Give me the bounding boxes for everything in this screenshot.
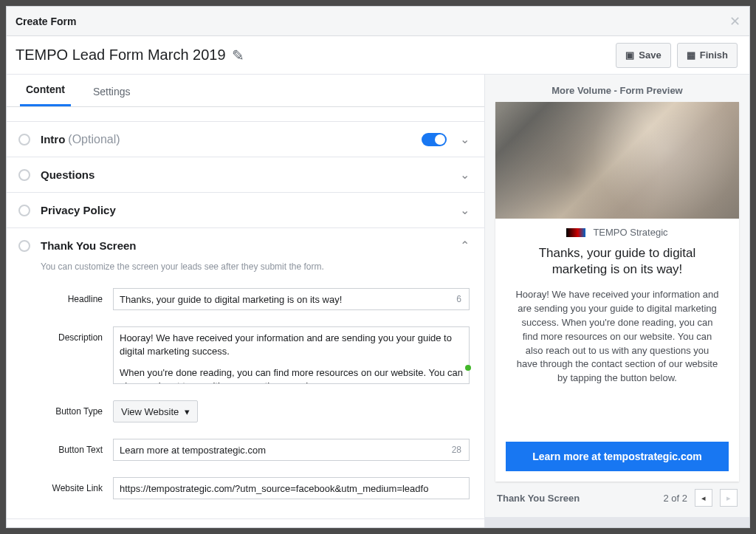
preview-brand-row: TEMPO Strategic [495,219,739,242]
headline-label: Headline [41,288,113,304]
pencil-icon[interactable]: ✎ [232,47,244,64]
preview-pager: Thank You Screen 2 of 2 ◂ ▸ [485,482,749,517]
caret-down-icon: ▾ [185,406,190,417]
preview-title: More Volume - Form Preview [485,75,749,102]
pager-count: 2 of 2 [663,493,687,504]
intro-title: Intro [41,133,65,146]
finish-label: Finish [700,49,728,61]
pager-label: Thank You Screen [497,493,580,504]
chevron-down-icon: ⌄ [460,203,470,217]
sections-scroll[interactable]: Intro (Optional) ⌄ Questions ⌄ [7,107,484,527]
modal-titlebar: Create Form ✕ [7,7,749,36]
section-thankyou: Thank You Screen ⌃ You can customize the… [7,228,484,519]
form-name[interactable]: TEMPO Lead Form March 2019 ✎ [16,47,244,64]
description-label: Description [41,326,113,343]
save-label: Save [639,49,661,61]
website-link-label: Website Link [41,477,113,493]
radio-icon [18,134,30,146]
section-privacy: Privacy Policy ⌄ [7,193,484,228]
radio-icon [18,240,30,252]
section-intro-head[interactable]: Intro (Optional) ⌄ [7,122,484,157]
button-type-value: View Website [121,406,179,417]
button-text-value: Learn more at tempostrategic.com [120,445,266,456]
website-link-value: https://tempostrategic.com/?utm_source=f… [120,483,428,494]
preview-headline: Thanks, your guide to digital marketing … [515,245,720,278]
preview-cta-button[interactable]: Learn more at tempostrategic.com [506,442,729,471]
headline-value: Thanks, your guide to digital marketing … [120,294,342,305]
headline-count: 6 [456,294,461,304]
pager-next-button[interactable]: ▸ [720,489,738,507]
tab-settings[interactable]: Settings [87,86,137,106]
tab-content[interactable]: Content [20,83,71,106]
finish-icon: ▦ [687,49,695,61]
section-questions: Questions ⌄ [7,157,484,193]
form-name-text: TEMPO Lead Form March 2019 [16,47,226,64]
header-bar: TEMPO Lead Form March 2019 ✎ ▣ Save ▦ Fi… [7,36,749,75]
preview-brand: TEMPO Strategic [593,227,667,238]
chevron-up-icon: ⌃ [460,239,470,253]
pager-prev-button[interactable]: ◂ [695,489,712,507]
tab-bar: Content Settings [7,75,484,107]
grammarly-icon [465,365,471,371]
preview-card: TEMPO Strategic Thanks, your guide to di… [495,102,739,482]
section-questions-head[interactable]: Questions ⌄ [7,157,484,192]
right-panel: More Volume - Form Preview TEMPO Strateg… [485,75,749,527]
button-type-label: Button Type [41,400,113,417]
website-link-input[interactable]: https://tempostrategic.com/?utm_source=f… [113,477,470,499]
section-privacy-head[interactable]: Privacy Policy ⌄ [7,193,484,227]
intro-toggle[interactable] [422,133,447,146]
description-textarea[interactable]: Hooray! We have received your informatio… [113,326,470,384]
modal-body: Content Settings Intro (Optional) ⌄ [7,75,749,527]
section-intro: Intro (Optional) ⌄ [7,122,484,157]
button-type-dropdown[interactable]: View Website ▾ [113,400,198,422]
privacy-title: Privacy Policy [41,204,116,216]
thankyou-body: You can customize the screen your leads … [7,261,484,518]
description-p2: When you're done reading, you can find m… [120,366,463,384]
brand-logo-icon [566,228,585,237]
chevron-down-icon: ⌄ [460,168,470,182]
save-icon: ▣ [625,49,634,61]
description-p1: Hooray! We have received your informatio… [120,332,463,357]
preview-desc: Hooray! We have received your informatio… [515,288,720,386]
intro-optional: (Optional) [68,133,120,146]
modal-title: Create Form [16,16,76,27]
left-panel: Content Settings Intro (Optional) ⌄ [7,75,485,527]
thankyou-title: Thank You Screen [41,239,137,252]
section-thankyou-head[interactable]: Thank You Screen ⌃ [7,228,484,263]
save-button[interactable]: ▣ Save [616,43,670,68]
preview-body: Thanks, your guide to digital marketing … [495,242,739,434]
thankyou-help: You can customize the screen your leads … [41,261,470,272]
button-text-label: Button Text [41,439,113,455]
questions-title: Questions [41,168,94,181]
create-form-modal: Create Form ✕ TEMPO Lead Form March 2019… [6,6,750,528]
ghost-strip [485,517,749,527]
radio-icon [18,205,30,216]
radio-icon [18,169,30,181]
button-text-count: 28 [452,445,461,455]
chevron-down-icon: ⌄ [460,132,470,146]
button-text-input[interactable]: Learn more at tempostrategic.com 28 [113,439,470,461]
preview-hero-image [495,102,739,219]
close-icon[interactable]: ✕ [729,13,740,30]
finish-button[interactable]: ▦ Finish [677,43,738,68]
headline-input[interactable]: Thanks, your guide to digital marketing … [113,288,470,310]
